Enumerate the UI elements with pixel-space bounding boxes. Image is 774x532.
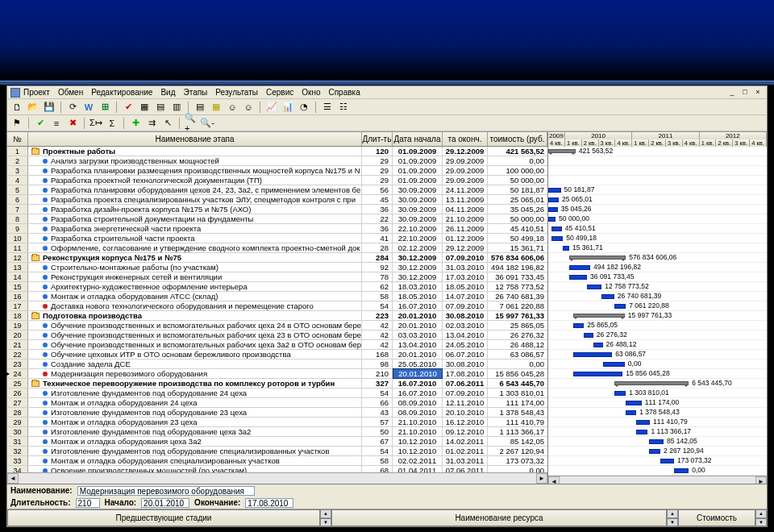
close-button[interactable]: × bbox=[752, 88, 764, 98]
footer-start-input[interactable]: 20.01.2010 bbox=[141, 498, 189, 508]
gantt-summary-bar[interactable] bbox=[548, 149, 576, 153]
gantt-task-bar[interactable] bbox=[573, 372, 622, 376]
gantt-body[interactable]: 421 563,5250 181,8725 065,0135 045,2650 … bbox=[548, 147, 767, 476]
grid-body[interactable]: 1Проектные работы12001.09.200929.12.2009… bbox=[7, 147, 547, 472]
grid-icon[interactable]: ▦ bbox=[138, 101, 151, 114]
zoom-in-icon[interactable]: 🔍+ bbox=[185, 117, 198, 130]
spin-down-icon[interactable]: ▼ bbox=[320, 518, 331, 527]
table-row[interactable]: 12Реконструкция корпуса №175 и №7528430.… bbox=[7, 253, 547, 263]
table-row[interactable]: 26Изготовление фундаментов под оборудова… bbox=[7, 389, 547, 398]
gantt-task-bar[interactable] bbox=[551, 236, 563, 241]
gantt-task-bar[interactable] bbox=[548, 217, 556, 222]
gantt-icon[interactable]: ☰ bbox=[321, 101, 334, 114]
table-row[interactable]: 3Разработка планировки размещения произв… bbox=[7, 166, 547, 176]
col-name[interactable]: Наименование этапа bbox=[28, 132, 362, 146]
table-row[interactable]: 15Архитектурно-художественное оформление… bbox=[7, 282, 547, 292]
table-row[interactable]: 7Разработка дизайн-проекта корпуса №175 … bbox=[7, 205, 547, 214]
table-row[interactable]: 24Модернизация перевозимого оборудования… bbox=[7, 369, 547, 379]
gantt-task-bar[interactable] bbox=[551, 227, 562, 231]
add-icon[interactable]: ✚ bbox=[129, 117, 142, 130]
btn-prev-stages[interactable]: Предшествующие стадии bbox=[7, 509, 320, 526]
gantt-task-bar[interactable] bbox=[603, 362, 625, 367]
excel-icon[interactable]: ⊞ bbox=[98, 101, 111, 114]
menu-service[interactable]: Сервис bbox=[266, 88, 293, 97]
menu-stages[interactable]: Этапы bbox=[183, 88, 207, 97]
link-icon[interactable]: ⇉ bbox=[145, 117, 158, 130]
pie-icon[interactable]: ◔ bbox=[298, 101, 310, 114]
table-row[interactable]: 5Разработка планировки оборудования цехо… bbox=[7, 185, 547, 195]
col-cost[interactable]: тоимость (руб. bbox=[488, 132, 547, 146]
scroll-left-icon[interactable]: ◄ bbox=[548, 476, 560, 484]
table-row[interactable]: 33Монтаж и отладка оборудования специали… bbox=[7, 456, 547, 466]
btn-cost[interactable]: Стоимость bbox=[678, 509, 755, 526]
table-row[interactable]: 22Обучение цеховых ИТР в ОТО основам бер… bbox=[7, 350, 547, 360]
gantt-task-bar[interactable] bbox=[614, 391, 626, 396]
table-row[interactable]: 9Разработка энергетической части проекта… bbox=[7, 224, 547, 234]
scroll-left-icon[interactable]: ◄ bbox=[7, 473, 19, 484]
menu-view[interactable]: Вид bbox=[160, 88, 175, 97]
table-row[interactable]: 27Монтаж и отладка оборудования 24 цеха6… bbox=[7, 398, 547, 408]
gantt-task-bar[interactable] bbox=[569, 265, 590, 270]
gantt-task-bar[interactable] bbox=[587, 285, 601, 289]
gantt-task-bar[interactable] bbox=[593, 343, 603, 347]
gantt-task-bar[interactable] bbox=[563, 246, 569, 251]
gantt-task-bar[interactable] bbox=[573, 352, 612, 357]
gantt-task-bar[interactable] bbox=[674, 468, 689, 473]
gantt-task-bar[interactable] bbox=[573, 323, 584, 328]
spin-up-icon[interactable]: ▲ bbox=[320, 509, 331, 518]
zoom-out-icon[interactable]: 🔍- bbox=[201, 117, 214, 130]
refresh-icon[interactable]: ⟳ bbox=[66, 101, 79, 114]
table-row[interactable]: 34Освоение производственных мощностей (п… bbox=[7, 466, 547, 472]
gantt-task-bar[interactable] bbox=[614, 304, 626, 309]
table-row[interactable]: 21Обучение производственных и вспомогате… bbox=[7, 340, 547, 350]
table-row[interactable]: 17Доставка нового технологического обору… bbox=[7, 301, 547, 311]
gantt-summary-bar[interactable] bbox=[569, 256, 626, 260]
events-icon[interactable]: ☺ bbox=[226, 101, 239, 114]
gantt-hscroll[interactable]: ◄ ► bbox=[548, 476, 767, 484]
table-row[interactable]: 2Анализ загрузки производственных мощнос… bbox=[7, 156, 547, 166]
col-end[interactable]: та оконч. bbox=[443, 132, 488, 146]
gantt-task-bar[interactable] bbox=[548, 197, 559, 202]
sigma-arrow-icon[interactable]: Σ↦ bbox=[89, 117, 102, 130]
scroll-track[interactable] bbox=[19, 473, 536, 484]
confirm-icon[interactable]: ✔ bbox=[34, 117, 47, 130]
menu-edit[interactable]: Редактирование bbox=[91, 88, 152, 97]
delete-icon[interactable]: ✖ bbox=[66, 117, 79, 130]
spin-down-icon[interactable]: ▼ bbox=[667, 518, 678, 527]
menu-project[interactable]: Проект bbox=[23, 88, 50, 97]
table-row[interactable]: 1Проектные работы12001.09.200929.12.2009… bbox=[7, 147, 547, 156]
scroll-right-icon[interactable]: ► bbox=[755, 476, 767, 484]
table-row[interactable]: 28Изготовление фундаментов под оборудова… bbox=[7, 408, 547, 418]
btn-resource-name[interactable]: Наименование ресурса bbox=[331, 509, 667, 526]
save-icon[interactable]: 💾 bbox=[43, 101, 56, 114]
menu-help[interactable]: Справка bbox=[328, 88, 360, 97]
gantt-task-bar[interactable] bbox=[660, 459, 674, 463]
new-icon[interactable]: 🗋 bbox=[10, 101, 23, 114]
table-row[interactable]: 4Разработка проектной технологической до… bbox=[7, 176, 547, 185]
table-row[interactable]: 31Монтаж и отладка оборудования цеха 3а2… bbox=[7, 437, 547, 447]
footer-duration-input[interactable]: 210 bbox=[76, 498, 100, 508]
scroll-track[interactable] bbox=[560, 476, 755, 484]
minimize-button[interactable]: _ bbox=[726, 88, 738, 98]
table-row[interactable]: 16Монтаж и отладка оборудования АТСС (ск… bbox=[7, 292, 547, 301]
bar-chart-icon[interactable]: 📊 bbox=[281, 101, 294, 114]
grid2-icon[interactable]: ▤ bbox=[154, 101, 167, 114]
chart-up-icon[interactable]: 📈 bbox=[265, 101, 278, 114]
maximize-button[interactable]: □ bbox=[739, 88, 751, 98]
table-row[interactable]: 19Обучение производственных и вспомогате… bbox=[7, 321, 547, 330]
table-row[interactable]: 10Разработка строительной части проекта4… bbox=[7, 234, 547, 243]
grid3-icon[interactable]: ▥ bbox=[170, 101, 183, 114]
footer-name-input[interactable]: Модернизация перевозимого оборудования bbox=[77, 486, 255, 496]
pointer-icon[interactable]: ↖ bbox=[161, 117, 174, 130]
gantt-task-bar[interactable] bbox=[636, 420, 650, 425]
gantt-task-bar[interactable] bbox=[626, 410, 636, 415]
gantt-task-bar[interactable] bbox=[636, 430, 647, 434]
gantt-task-bar[interactable] bbox=[626, 401, 642, 405]
report2-icon[interactable]: ▦ bbox=[210, 101, 223, 114]
table-row[interactable]: 18Подготовка производства22320.01.201030… bbox=[7, 311, 547, 321]
menu-exchange[interactable]: Обмен bbox=[58, 88, 83, 97]
gantt-task-bar[interactable] bbox=[601, 294, 614, 299]
table-row[interactable]: 29Монтаж и отладка оборудования 23 цеха5… bbox=[7, 418, 547, 427]
report-icon[interactable]: ▤ bbox=[194, 101, 206, 114]
scroll-right-icon[interactable]: ► bbox=[536, 473, 547, 484]
